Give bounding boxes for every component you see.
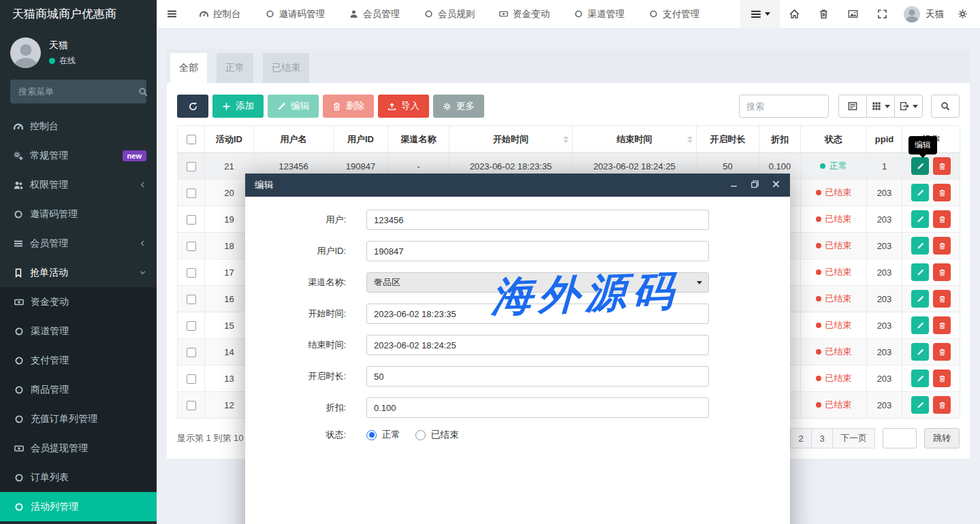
jump-button[interactable]: 跳转 bbox=[924, 428, 960, 448]
sidebar-subitem-会员提现管理[interactable]: 会员提现管理 bbox=[0, 433, 157, 463]
field-input[interactable] bbox=[366, 397, 709, 418]
row-checkbox[interactable] bbox=[187, 401, 196, 410]
field-input[interactable] bbox=[366, 335, 709, 355]
actions-cell bbox=[902, 180, 960, 206]
export-button[interactable] bbox=[894, 95, 923, 118]
image-icon[interactable] bbox=[848, 9, 858, 19]
navbar-item-资金变动[interactable]: 资金变动 bbox=[487, 0, 562, 29]
search-button[interactable] bbox=[931, 95, 960, 118]
columns-button[interactable] bbox=[866, 95, 895, 118]
row-checkbox[interactable] bbox=[187, 268, 196, 278]
sidebar-subitem-渠道管理[interactable]: 渠道管理 bbox=[0, 316, 157, 346]
refresh-button[interactable] bbox=[177, 95, 208, 118]
sidebar-subitem-活动列管理[interactable]: 活动列管理 bbox=[0, 492, 157, 521]
row-checkbox[interactable] bbox=[187, 348, 196, 357]
row-checkbox[interactable] bbox=[187, 215, 196, 225]
select-all-checkbox[interactable] bbox=[187, 135, 196, 144]
row-checkbox[interactable] bbox=[187, 374, 196, 384]
sidebar-subitem-商品管理[interactable]: 商品管理 bbox=[0, 375, 157, 404]
sidebar-item-邀请码管理[interactable]: 邀请码管理 bbox=[0, 199, 157, 229]
page-button-2[interactable]: 2 bbox=[790, 428, 812, 448]
navbar-user[interactable]: 天猫 bbox=[904, 6, 944, 22]
table-search-input[interactable] bbox=[739, 95, 829, 118]
row-delete-button[interactable] bbox=[933, 237, 951, 255]
sidebar-search-input[interactable] bbox=[18, 86, 138, 97]
page-button-3[interactable]: 3 bbox=[811, 428, 833, 448]
sidebar-item-会员管理[interactable]: 会员管理 bbox=[0, 229, 157, 258]
home-icon[interactable] bbox=[789, 9, 800, 19]
pagination-info: 显示第 1 到第 10 bbox=[177, 432, 244, 444]
navbar-item-会员规则[interactable]: 会员规则 bbox=[412, 0, 487, 29]
minimize-icon[interactable] bbox=[729, 180, 738, 189]
row-edit-button[interactable] bbox=[911, 263, 929, 281]
row-edit-button[interactable] bbox=[911, 184, 929, 201]
more-button[interactable]: 更多 bbox=[433, 95, 484, 118]
field-input[interactable] bbox=[366, 210, 709, 230]
navbar-item-支付管理[interactable]: 支付管理 bbox=[637, 0, 712, 29]
row-edit-button[interactable] bbox=[911, 210, 929, 228]
row-delete-button[interactable] bbox=[933, 370, 951, 387]
modal-header[interactable]: 编辑 bbox=[245, 174, 790, 197]
row-checkbox[interactable] bbox=[187, 162, 196, 171]
row-checkbox[interactable] bbox=[187, 189, 196, 198]
sidebar-toggle-button[interactable] bbox=[157, 9, 187, 19]
row-edit-button[interactable] bbox=[911, 316, 929, 334]
sidebar-subitem-资金变动[interactable]: 资金变动 bbox=[0, 287, 157, 316]
sidebar-search[interactable] bbox=[10, 80, 146, 103]
navbar-item-邀请码管理[interactable]: 邀请码管理 bbox=[253, 0, 338, 29]
navbar-item-控制台[interactable]: 控制台 bbox=[187, 0, 253, 29]
sort-icon[interactable] bbox=[563, 136, 569, 143]
caret-down-icon bbox=[765, 12, 770, 16]
status-radio[interactable] bbox=[366, 430, 377, 440]
field-input[interactable] bbox=[366, 241, 709, 261]
row-delete-button[interactable] bbox=[933, 263, 951, 281]
menu-dropdown[interactable] bbox=[740, 0, 780, 29]
sidebar-item-抢单活动[interactable]: 抢单活动 bbox=[0, 258, 157, 287]
jump-page-input[interactable] bbox=[883, 428, 917, 448]
close-icon[interactable] bbox=[772, 180, 780, 189]
row-edit-button[interactable] bbox=[911, 396, 929, 414]
sidebar-item-控制台[interactable]: 控制台 bbox=[0, 112, 157, 141]
row-delete-button[interactable] bbox=[933, 396, 951, 414]
import-button[interactable]: 导入 bbox=[378, 95, 429, 118]
tab-已结束[interactable]: 已结束 bbox=[263, 53, 309, 83]
row-checkbox[interactable] bbox=[187, 321, 196, 331]
sidebar-item-常规管理[interactable]: 常规管理new bbox=[0, 141, 157, 170]
status-radio[interactable] bbox=[415, 430, 426, 440]
search-icon[interactable] bbox=[138, 87, 148, 97]
sidebar-item-label: 会员管理 bbox=[30, 238, 132, 250]
row-edit-button[interactable] bbox=[911, 237, 929, 255]
row-checkbox[interactable] bbox=[187, 295, 196, 304]
row-delete-button[interactable] bbox=[933, 316, 951, 334]
sidebar-subitem-支付管理[interactable]: 支付管理 bbox=[0, 346, 157, 375]
sidebar-subitem-订单列表[interactable]: 订单列表 bbox=[0, 463, 157, 492]
sidebar-subitem-充值订单列管理[interactable]: 充值订单列管理 bbox=[0, 404, 157, 433]
navbar-item-会员管理[interactable]: 会员管理 bbox=[337, 0, 412, 29]
add-button[interactable]: 添加 bbox=[212, 95, 264, 118]
navbar-item-渠道管理[interactable]: 渠道管理 bbox=[562, 0, 637, 29]
trash-icon[interactable] bbox=[819, 9, 829, 19]
detail-view-button[interactable] bbox=[838, 95, 867, 118]
row-checkbox[interactable] bbox=[187, 242, 196, 251]
row-delete-button[interactable] bbox=[933, 343, 951, 361]
channel-select[interactable]: 奢品区 bbox=[366, 272, 709, 293]
row-edit-button[interactable] bbox=[911, 290, 929, 308]
restore-icon[interactable] bbox=[750, 180, 759, 189]
fullscreen-icon[interactable] bbox=[877, 9, 887, 19]
row-delete-button[interactable] bbox=[933, 157, 951, 175]
row-edit-button[interactable] bbox=[911, 343, 929, 361]
edit-button[interactable]: 编辑 bbox=[268, 95, 319, 118]
next-page-button[interactable]: 下一页 bbox=[832, 428, 875, 448]
gear-icon[interactable] bbox=[958, 9, 968, 19]
tab-正常[interactable]: 正常 bbox=[217, 53, 253, 83]
row-delete-button[interactable] bbox=[933, 184, 951, 201]
sort-icon[interactable] bbox=[687, 136, 693, 143]
row-delete-button[interactable] bbox=[933, 290, 951, 308]
row-delete-button[interactable] bbox=[933, 210, 951, 228]
delete-button[interactable]: 删除 bbox=[323, 95, 374, 118]
field-input[interactable] bbox=[366, 366, 709, 387]
row-edit-button[interactable] bbox=[911, 370, 929, 387]
field-input[interactable] bbox=[366, 304, 709, 324]
tab-全部[interactable]: 全部 bbox=[170, 53, 207, 83]
sidebar-item-权限管理[interactable]: 权限管理 bbox=[0, 170, 157, 199]
